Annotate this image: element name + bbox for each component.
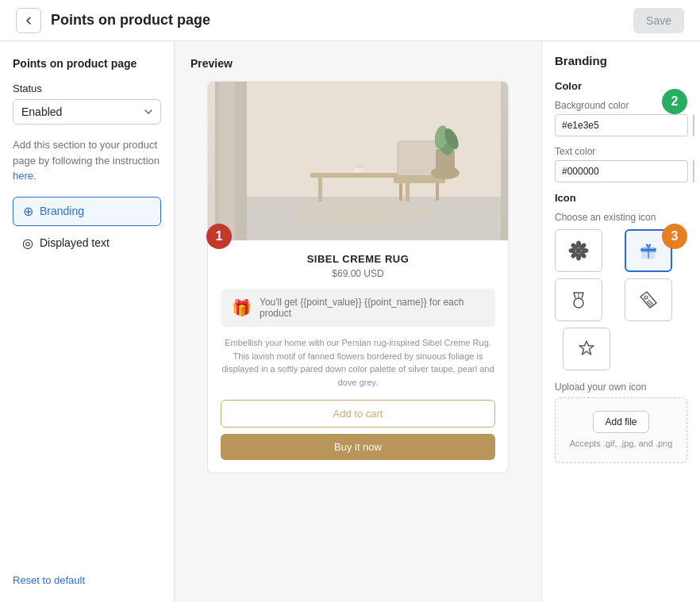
top-bar-left: Points on product page xyxy=(16,8,210,33)
text-color-label: Text color xyxy=(555,146,687,157)
nav-items: ⊕ Branding ◎ Displayed text xyxy=(13,197,161,257)
instruction-text: Add this section to your product page by… xyxy=(13,137,161,184)
points-banner: 🎁 You'll get {{point_value}} {{point_nam… xyxy=(221,289,495,327)
text-color-input[interactable] xyxy=(555,160,688,182)
right-panel: 2 3 Branding Color Background color Text… xyxy=(541,41,700,602)
back-button[interactable] xyxy=(16,8,41,33)
icon-section-title: Icon xyxy=(555,192,687,204)
bg-color-label: Background color xyxy=(555,100,687,111)
svg-point-18 xyxy=(294,201,429,224)
upload-section: Upload your own icon Add file Accepts .g… xyxy=(555,382,687,463)
page-title: Points on product page xyxy=(51,12,210,29)
nav-item-displayed-text-label: Displayed text xyxy=(40,236,110,249)
svg-point-17 xyxy=(354,165,363,168)
save-button[interactable]: Save xyxy=(633,8,684,33)
svg-rect-9 xyxy=(399,183,402,201)
points-icon: 🎁 xyxy=(232,298,252,317)
left-panel: Points on product page Status Enabled Di… xyxy=(0,41,175,602)
status-select[interactable]: Enabled Disabled xyxy=(13,99,161,125)
svg-rect-3 xyxy=(219,82,235,240)
bg-color-swatch[interactable] xyxy=(693,114,694,136)
displayed-text-icon: ◎ xyxy=(22,236,33,251)
bg-color-row xyxy=(555,114,687,136)
svg-rect-5 xyxy=(318,178,322,201)
svg-rect-10 xyxy=(436,183,439,201)
reset-link[interactable]: Reset to default xyxy=(13,574,161,586)
product-price: $69.00 USD xyxy=(221,268,495,279)
upload-label: Upload your own icon xyxy=(555,382,687,393)
icon-gift-btn[interactable] xyxy=(625,229,672,272)
instruction-link[interactable]: here. xyxy=(13,170,37,182)
branding-icon: ⊕ xyxy=(23,204,33,219)
status-label: Status xyxy=(13,82,161,94)
nav-item-branding[interactable]: ⊕ Branding xyxy=(13,197,161,226)
buy-now-button[interactable]: Buy it now xyxy=(221,434,495,460)
icon-medal-btn[interactable] xyxy=(555,278,602,321)
choose-icon-label: Choose an existing icon xyxy=(555,212,687,223)
product-image xyxy=(208,82,508,240)
icon-flower-btn[interactable] xyxy=(555,229,602,272)
nav-item-branding-label: Branding xyxy=(40,205,84,217)
icon-section: Icon Choose an existing icon xyxy=(555,192,687,463)
center-panel: Preview 1 xyxy=(175,41,541,602)
text-color-swatch[interactable] xyxy=(693,160,694,182)
left-panel-title: Points on product page xyxy=(13,57,161,70)
product-desc: Embellish your home with our Persian rug… xyxy=(221,336,495,389)
nav-item-displayed-text[interactable]: ◎ Displayed text xyxy=(13,229,161,257)
upload-hint: Accepts .gif, .jpg, and .png xyxy=(563,438,679,450)
icon-ticket-btn[interactable] xyxy=(625,278,672,321)
upload-area: Add file Accepts .gif, .jpg, and .png xyxy=(555,397,687,463)
product-name: SIBEL CREME RUG xyxy=(221,253,495,265)
icon-grid xyxy=(555,229,687,370)
bg-color-input[interactable] xyxy=(555,114,688,136)
preview-label: Preview xyxy=(190,57,525,70)
add-to-cart-button[interactable]: Add to cart xyxy=(221,400,495,428)
main-layout: Points on product page Status Enabled Di… xyxy=(0,41,700,602)
preview-product-info: SIBEL CREME RUG $69.00 USD 🎁 You'll get … xyxy=(208,240,508,473)
color-section: Color Background color Text color xyxy=(555,80,687,182)
product-image-bg xyxy=(208,82,508,240)
svg-point-32 xyxy=(574,298,583,308)
status-section: Status Enabled Disabled xyxy=(13,82,161,125)
branding-panel-title: Branding xyxy=(555,54,687,67)
add-file-button[interactable]: Add file xyxy=(593,411,648,433)
points-text: You'll get {{point_value}} {{point_name}… xyxy=(260,297,484,319)
top-bar: Points on product page Save xyxy=(0,0,700,41)
color-section-title: Color xyxy=(555,80,687,92)
preview-card: SIBEL CREME RUG $69.00 USD 🎁 You'll get … xyxy=(207,81,509,474)
preview-wrapper: 1 xyxy=(190,81,525,474)
icon-star-outline-btn[interactable] xyxy=(563,328,610,370)
svg-point-34 xyxy=(644,296,648,299)
text-color-row xyxy=(555,160,687,182)
